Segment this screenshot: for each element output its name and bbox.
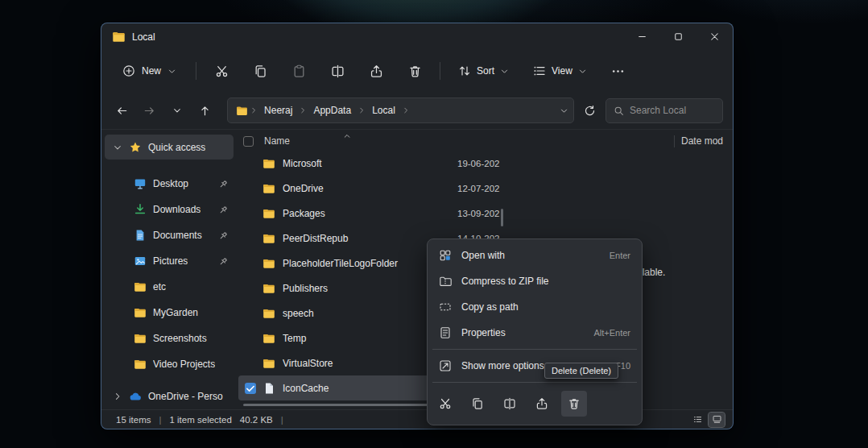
folder-icon bbox=[262, 232, 275, 245]
sidebar-item-onedrive[interactable]: OneDrive - Perso bbox=[105, 384, 234, 409]
star-icon bbox=[129, 141, 142, 154]
chevron-right-icon bbox=[113, 392, 122, 401]
selection-size: 40.2 KB bbox=[240, 415, 273, 425]
breadcrumb-bar[interactable]: Neeraj AppData Local bbox=[227, 97, 574, 123]
sidebar-item-downloads[interactable]: Downloads bbox=[105, 197, 234, 222]
back-button[interactable] bbox=[110, 98, 134, 123]
chevron-right-icon bbox=[402, 106, 410, 114]
sidebar-item-label: Pictures bbox=[153, 255, 188, 267]
desktop: Local New Sort bbox=[0, 0, 868, 448]
onedrive-cloud-icon bbox=[129, 390, 142, 403]
copy-icon bbox=[471, 397, 484, 410]
chevron-right-icon bbox=[250, 106, 258, 114]
sort-button[interactable]: Sort bbox=[450, 59, 517, 83]
cut-icon bbox=[215, 64, 229, 78]
recent-locations-button[interactable] bbox=[165, 98, 190, 123]
column-headers: Name Date mod bbox=[237, 131, 733, 151]
more-options-button[interactable] bbox=[603, 57, 634, 85]
new-button[interactable]: New bbox=[113, 59, 186, 83]
close-button[interactable] bbox=[696, 23, 733, 50]
up-button[interactable] bbox=[193, 98, 218, 123]
delete-button[interactable] bbox=[399, 57, 430, 85]
copy-button[interactable] bbox=[245, 57, 275, 85]
maximize-button[interactable] bbox=[660, 23, 696, 50]
file-row-onedrive[interactable]: OneDrive 12-07-202 bbox=[238, 176, 507, 201]
arrow-right-icon bbox=[143, 105, 155, 117]
address-dropdown-button[interactable] bbox=[560, 106, 568, 115]
breadcrumb-segment[interactable]: Local bbox=[367, 102, 400, 119]
select-all-checkbox[interactable] bbox=[243, 136, 254, 147]
rename-button[interactable] bbox=[322, 57, 353, 85]
show-more-icon bbox=[439, 359, 452, 372]
quick-access-items: Desktop Downloads Documents bbox=[101, 171, 237, 377]
forward-button[interactable] bbox=[138, 98, 163, 123]
sidebar-item-label: Documents bbox=[153, 230, 202, 241]
folder-icon bbox=[262, 282, 275, 295]
share-button[interactable] bbox=[361, 57, 391, 85]
sidebar-item-pictures[interactable]: Pictures bbox=[105, 248, 234, 274]
paste-button[interactable] bbox=[283, 57, 314, 85]
view-toggles bbox=[689, 413, 725, 427]
sidebar-item-etc[interactable]: etc bbox=[105, 274, 234, 300]
context-menu-label: Open with bbox=[461, 250, 600, 261]
new-button-label: New bbox=[142, 65, 161, 77]
file-name: OneDrive bbox=[283, 183, 456, 194]
file-name: Packages bbox=[283, 208, 456, 219]
folder-icon bbox=[262, 357, 275, 370]
folder-icon bbox=[134, 358, 147, 371]
sidebar-item-documents[interactable]: Documents bbox=[105, 222, 234, 248]
cut-button[interactable] bbox=[206, 57, 237, 85]
file-name: Microsoft bbox=[283, 158, 456, 169]
folder-icon bbox=[134, 332, 147, 345]
context-menu-item-copy-as-path[interactable]: Copy as path bbox=[431, 294, 639, 320]
sidebar-item-quick-access[interactable]: Quick access bbox=[105, 135, 234, 160]
sidebar-item-mygarden[interactable]: MyGarden bbox=[105, 300, 234, 326]
chevron-right-icon bbox=[358, 106, 366, 114]
context-menu-divider bbox=[432, 382, 637, 383]
onedrive-section: OneDrive - Perso bbox=[101, 384, 237, 409]
sidebar-item-label: etc bbox=[153, 281, 166, 292]
folder-icon bbox=[134, 280, 147, 293]
refresh-button[interactable] bbox=[577, 98, 602, 123]
vertical-scrollbar[interactable] bbox=[501, 209, 503, 226]
context-menu-item-properties[interactable]: Properties Alt+Enter bbox=[431, 320, 639, 346]
chevron-down-icon bbox=[560, 106, 568, 115]
zip-icon bbox=[439, 275, 452, 288]
row-checkbox-checked[interactable] bbox=[245, 383, 256, 394]
sidebar-item-label: Screenshots bbox=[153, 333, 207, 344]
arrow-left-icon bbox=[116, 105, 128, 117]
chevron-down-icon bbox=[500, 67, 509, 76]
quick-cut-button[interactable] bbox=[432, 391, 458, 417]
sidebar-item-label: MyGarden bbox=[153, 307, 198, 318]
breadcrumb-segment[interactable]: Neeraj bbox=[259, 102, 297, 119]
title-bar: Local bbox=[101, 23, 733, 50]
breadcrumb-segment[interactable]: AppData bbox=[308, 102, 356, 119]
context-menu-item-open-with[interactable]: Open with Enter bbox=[431, 243, 639, 268]
view-button[interactable]: View bbox=[525, 59, 595, 83]
context-menu-quick-actions bbox=[431, 386, 639, 421]
quick-rename-button[interactable] bbox=[497, 391, 523, 417]
sidebar-item-desktop[interactable]: Desktop bbox=[105, 171, 234, 197]
quick-delete-button[interactable] bbox=[561, 391, 587, 417]
search-input[interactable] bbox=[630, 105, 715, 116]
context-menu-item-compress-zip[interactable]: Compress to ZIP file bbox=[431, 268, 639, 294]
file-row-packages[interactable]: Packages 13-09-202 bbox=[238, 201, 507, 226]
quick-share-button[interactable] bbox=[529, 391, 555, 417]
file-row-microsoft[interactable]: Microsoft 19-06-202 bbox=[238, 151, 507, 176]
details-view-button[interactable] bbox=[689, 413, 705, 427]
column-header-name[interactable]: Name bbox=[264, 135, 674, 147]
sidebar-item-screenshots[interactable]: Screenshots bbox=[105, 326, 234, 351]
copy-path-icon bbox=[439, 301, 452, 313]
chevron-down-icon bbox=[172, 106, 182, 115]
sort-icon bbox=[458, 64, 471, 77]
quick-copy-button[interactable] bbox=[465, 391, 490, 417]
minimize-button[interactable] bbox=[624, 23, 660, 50]
status-divider: | bbox=[281, 415, 283, 425]
large-icons-view-button[interactable] bbox=[709, 413, 725, 427]
column-divider[interactable] bbox=[674, 135, 675, 147]
sidebar-item-video-projects[interactable]: Video Projects bbox=[105, 351, 234, 377]
column-header-date[interactable]: Date mod bbox=[681, 135, 733, 147]
folder-icon bbox=[262, 332, 275, 345]
check-icon bbox=[245, 383, 256, 394]
search-box[interactable] bbox=[606, 98, 723, 123]
